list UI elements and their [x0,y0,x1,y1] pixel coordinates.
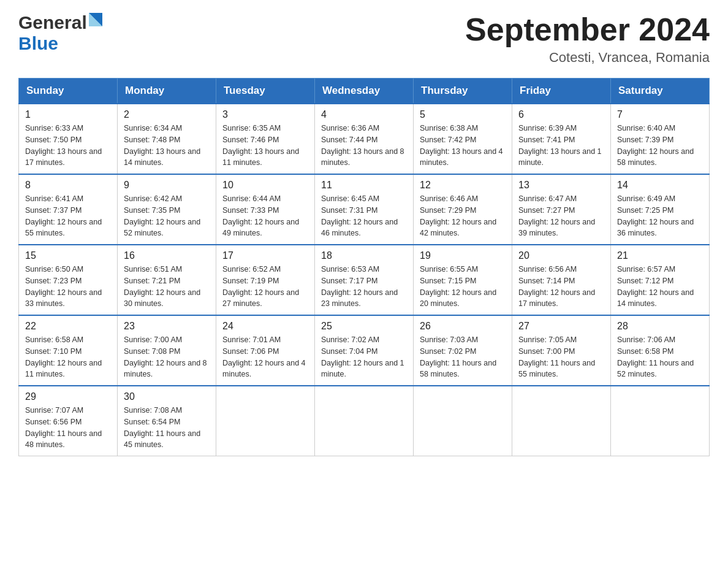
day-info: Sunrise: 6:53 AMSunset: 7:17 PMDaylight:… [321,264,407,310]
day-number: 1 [25,109,111,120]
col-header-saturday: Saturday [611,79,710,104]
day-number: 30 [124,391,210,402]
day-number: 29 [25,391,111,402]
calendar-cell-w3-d5: 19Sunrise: 6:55 AMSunset: 7:15 PMDayligh… [414,245,512,315]
day-number: 24 [222,321,308,332]
calendar-cell-w3-d4: 18Sunrise: 6:53 AMSunset: 7:17 PMDayligh… [315,245,414,315]
calendar-cell-w5-d7 [611,386,710,456]
day-info: Sunrise: 6:47 AMSunset: 7:27 PMDaylight:… [518,193,604,239]
calendar-cell-w4-d2: 23Sunrise: 7:00 AMSunset: 7:08 PMDayligh… [118,315,216,386]
day-number: 12 [420,180,506,191]
calendar-cell-w4-d1: 22Sunrise: 6:58 AMSunset: 7:10 PMDayligh… [19,315,118,386]
day-info: Sunrise: 6:40 AMSunset: 7:39 PMDaylight:… [617,123,703,169]
calendar-cell-w3-d7: 21Sunrise: 6:57 AMSunset: 7:12 PMDayligh… [611,245,710,315]
calendar-cell-w5-d6 [512,386,611,456]
week-row-1: 1Sunrise: 6:33 AMSunset: 7:50 PMDaylight… [19,104,710,174]
calendar-table: Sunday Monday Tuesday Wednesday Thursday… [18,78,710,456]
day-info: Sunrise: 7:06 AMSunset: 6:58 PMDaylight:… [617,334,703,380]
calendar-cell-w2-d2: 9Sunrise: 6:42 AMSunset: 7:35 PMDaylight… [118,174,216,245]
week-row-5: 29Sunrise: 7:07 AMSunset: 6:56 PMDayligh… [19,386,710,456]
calendar-cell-w3-d2: 16Sunrise: 6:51 AMSunset: 7:21 PMDayligh… [118,245,216,315]
col-header-thursday: Thursday [414,79,512,104]
calendar-cell-w4-d7: 28Sunrise: 7:06 AMSunset: 6:58 PMDayligh… [611,315,710,386]
day-info: Sunrise: 6:36 AMSunset: 7:44 PMDaylight:… [321,123,407,169]
calendar-cell-w3-d6: 20Sunrise: 6:56 AMSunset: 7:14 PMDayligh… [512,245,611,315]
day-number: 4 [321,109,407,120]
calendar-cell-w2-d7: 14Sunrise: 6:49 AMSunset: 7:25 PMDayligh… [611,174,710,245]
day-number: 22 [25,321,111,332]
day-info: Sunrise: 7:07 AMSunset: 6:56 PMDaylight:… [25,405,111,451]
col-header-monday: Monday [118,79,216,104]
calendar-cell-w4-d3: 24Sunrise: 7:01 AMSunset: 7:06 PMDayligh… [216,315,315,386]
day-number: 19 [420,250,506,261]
day-number: 6 [518,109,604,120]
calendar-cell-w5-d5 [414,386,512,456]
day-info: Sunrise: 6:33 AMSunset: 7:50 PMDaylight:… [25,123,111,169]
day-number: 27 [518,321,604,332]
day-info: Sunrise: 6:42 AMSunset: 7:35 PMDaylight:… [124,193,210,239]
day-number: 14 [617,180,703,191]
day-number: 20 [518,250,604,261]
logo-general-text: General [18,12,87,33]
calendar-cell-w1-d2: 2Sunrise: 6:34 AMSunset: 7:48 PMDaylight… [118,104,216,174]
day-info: Sunrise: 7:08 AMSunset: 6:54 PMDaylight:… [124,405,210,451]
calendar-cell-w1-d3: 3Sunrise: 6:35 AMSunset: 7:46 PMDaylight… [216,104,315,174]
day-number: 18 [321,250,407,261]
day-number: 23 [124,321,210,332]
day-number: 5 [420,109,506,120]
week-row-3: 15Sunrise: 6:50 AMSunset: 7:23 PMDayligh… [19,245,710,315]
day-info: Sunrise: 6:44 AMSunset: 7:33 PMDaylight:… [222,193,308,239]
day-info: Sunrise: 6:38 AMSunset: 7:42 PMDaylight:… [420,123,506,169]
calendar-cell-w4-d4: 25Sunrise: 7:02 AMSunset: 7:04 PMDayligh… [315,315,414,386]
day-number: 21 [617,250,703,261]
calendar-title-area: September 2024 Cotesti, Vrancea, Romania [465,12,710,66]
calendar-cell-w1-d4: 4Sunrise: 6:36 AMSunset: 7:44 PMDaylight… [315,104,414,174]
calendar-cell-w2-d1: 8Sunrise: 6:41 AMSunset: 7:37 PMDaylight… [19,174,118,245]
col-header-wednesday: Wednesday [315,79,414,104]
day-info: Sunrise: 6:51 AMSunset: 7:21 PMDaylight:… [124,264,210,310]
calendar-cell-w2-d6: 13Sunrise: 6:47 AMSunset: 7:27 PMDayligh… [512,174,611,245]
page-header: General Blue September 2024 Cotesti, Vra… [18,12,710,66]
logo: General Blue [18,12,104,54]
day-info: Sunrise: 6:52 AMSunset: 7:19 PMDaylight:… [222,264,308,310]
calendar-header-row: Sunday Monday Tuesday Wednesday Thursday… [19,79,710,104]
calendar-cell-w2-d3: 10Sunrise: 6:44 AMSunset: 7:33 PMDayligh… [216,174,315,245]
day-info: Sunrise: 6:46 AMSunset: 7:29 PMDaylight:… [420,193,506,239]
calendar-cell-w1-d6: 6Sunrise: 6:39 AMSunset: 7:41 PMDaylight… [512,104,611,174]
day-number: 10 [222,180,308,191]
week-row-4: 22Sunrise: 6:58 AMSunset: 7:10 PMDayligh… [19,315,710,386]
calendar-cell-w4-d6: 27Sunrise: 7:05 AMSunset: 7:00 PMDayligh… [512,315,611,386]
day-number: 16 [124,250,210,261]
day-info: Sunrise: 7:01 AMSunset: 7:06 PMDaylight:… [222,334,308,380]
calendar-cell-w4-d5: 26Sunrise: 7:03 AMSunset: 7:02 PMDayligh… [414,315,512,386]
day-number: 11 [321,180,407,191]
day-number: 15 [25,250,111,261]
calendar-cell-w1-d5: 5Sunrise: 6:38 AMSunset: 7:42 PMDaylight… [414,104,512,174]
calendar-cell-w2-d4: 11Sunrise: 6:45 AMSunset: 7:31 PMDayligh… [315,174,414,245]
calendar-cell-w3-d1: 15Sunrise: 6:50 AMSunset: 7:23 PMDayligh… [19,245,118,315]
calendar-cell-w2-d5: 12Sunrise: 6:46 AMSunset: 7:29 PMDayligh… [414,174,512,245]
logo-triangle-icon [88,13,104,30]
day-number: 17 [222,250,308,261]
day-number: 7 [617,109,703,120]
day-info: Sunrise: 7:00 AMSunset: 7:08 PMDaylight:… [124,334,210,380]
day-number: 3 [222,109,308,120]
day-number: 26 [420,321,506,332]
calendar-cell-w1-d1: 1Sunrise: 6:33 AMSunset: 7:50 PMDaylight… [19,104,118,174]
day-number: 28 [617,321,703,332]
day-info: Sunrise: 6:41 AMSunset: 7:37 PMDaylight:… [25,193,111,239]
day-number: 8 [25,180,111,191]
col-header-friday: Friday [512,79,611,104]
logo-blue-text: Blue [18,33,58,54]
day-number: 2 [124,109,210,120]
day-number: 13 [518,180,604,191]
location-subtitle: Cotesti, Vrancea, Romania [465,50,710,66]
calendar-cell-w1-d7: 7Sunrise: 6:40 AMSunset: 7:39 PMDaylight… [611,104,710,174]
day-info: Sunrise: 6:55 AMSunset: 7:15 PMDaylight:… [420,264,506,310]
day-number: 9 [124,180,210,191]
col-header-tuesday: Tuesday [216,79,315,104]
calendar-cell-w5-d3 [216,386,315,456]
calendar-cell-w3-d3: 17Sunrise: 6:52 AMSunset: 7:19 PMDayligh… [216,245,315,315]
day-info: Sunrise: 6:58 AMSunset: 7:10 PMDaylight:… [25,334,111,380]
day-info: Sunrise: 6:35 AMSunset: 7:46 PMDaylight:… [222,123,308,169]
